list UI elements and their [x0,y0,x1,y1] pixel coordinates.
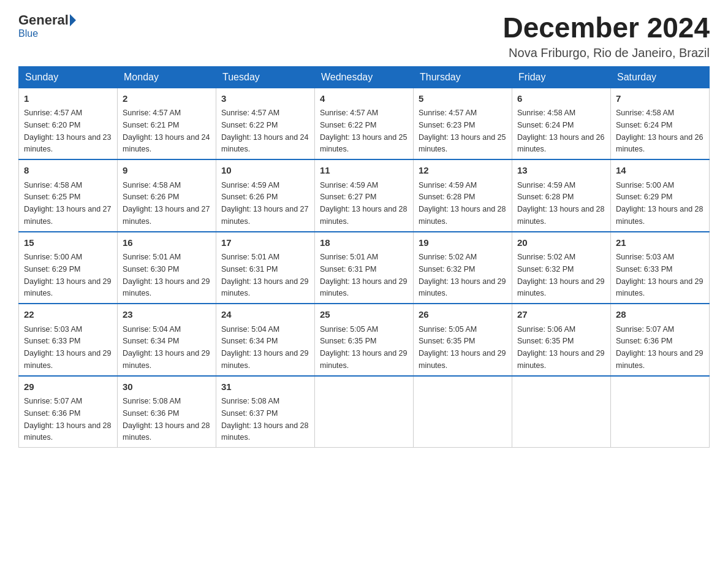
day-number: 28 [616,308,704,322]
day-number: 6 [517,92,605,106]
calendar-cell: 26 Sunrise: 5:05 AM Sunset: 6:35 PM Dayl… [414,304,512,376]
day-daylight: Daylight: 13 hours and 29 minutes. [517,277,604,298]
day-number: 16 [123,236,211,250]
day-sunrise: Sunrise: 5:01 AM [123,253,181,261]
day-daylight: Daylight: 13 hours and 29 minutes. [419,277,506,298]
day-sunset: Sunset: 6:35 PM [517,337,574,345]
calendar-week-row: 15 Sunrise: 5:00 AM Sunset: 6:29 PM Dayl… [19,232,710,304]
day-daylight: Daylight: 13 hours and 28 minutes. [221,421,308,442]
logo: General Blue [18,12,77,39]
day-sunrise: Sunrise: 5:02 AM [517,253,575,261]
day-number: 24 [221,308,309,322]
day-daylight: Daylight: 13 hours and 25 minutes. [419,133,506,154]
day-daylight: Daylight: 13 hours and 29 minutes. [221,277,308,298]
day-daylight: Daylight: 13 hours and 24 minutes. [221,133,308,154]
day-daylight: Daylight: 13 hours and 28 minutes. [24,421,111,442]
day-number: 26 [419,308,507,322]
day-sunset: Sunset: 6:31 PM [221,265,278,274]
day-daylight: Daylight: 13 hours and 29 minutes. [24,349,111,370]
day-number: 25 [320,308,408,322]
day-number: 10 [221,164,309,178]
day-sunrise: Sunrise: 5:00 AM [24,253,82,261]
day-sunset: Sunset: 6:37 PM [221,409,278,418]
day-number: 8 [24,164,112,178]
day-sunset: Sunset: 6:36 PM [24,409,80,418]
day-sunrise: Sunrise: 4:59 AM [419,181,477,190]
day-daylight: Daylight: 13 hours and 29 minutes. [123,349,210,370]
day-sunset: Sunset: 6:23 PM [419,121,475,129]
day-daylight: Daylight: 13 hours and 29 minutes. [616,277,703,298]
day-sunrise: Sunrise: 5:01 AM [320,253,378,261]
weekday-header-wednesday: Wednesday [315,66,414,88]
day-sunset: Sunset: 6:22 PM [221,121,278,129]
day-sunrise: Sunrise: 5:04 AM [221,325,279,334]
calendar-cell: 1 Sunrise: 4:57 AM Sunset: 6:20 PM Dayli… [19,88,118,159]
day-sunset: Sunset: 6:20 PM [24,121,80,129]
day-daylight: Daylight: 13 hours and 28 minutes. [616,205,703,226]
day-sunset: Sunset: 6:35 PM [419,337,475,345]
day-number: 11 [320,164,408,178]
calendar-cell [611,376,710,448]
day-number: 30 [123,380,211,394]
day-sunrise: Sunrise: 5:07 AM [24,397,82,405]
day-daylight: Daylight: 13 hours and 29 minutes. [24,277,111,298]
day-sunset: Sunset: 6:27 PM [320,193,376,201]
day-sunset: Sunset: 6:26 PM [123,193,179,201]
calendar-subtitle: Nova Friburgo, Rio de Janeiro, Brazil [502,46,710,60]
day-sunrise: Sunrise: 5:03 AM [24,325,82,334]
calendar-cell: 28 Sunrise: 5:07 AM Sunset: 6:36 PM Dayl… [611,304,710,376]
weekday-header-row: SundayMondayTuesdayWednesdayThursdayFrid… [19,66,710,88]
day-sunrise: Sunrise: 4:58 AM [123,181,181,190]
day-number: 19 [419,236,507,250]
day-sunrise: Sunrise: 5:01 AM [221,253,279,261]
day-number: 22 [24,308,112,322]
day-daylight: Daylight: 13 hours and 29 minutes. [320,349,407,370]
day-sunset: Sunset: 6:24 PM [517,121,574,129]
day-sunset: Sunset: 6:35 PM [320,337,376,345]
day-daylight: Daylight: 13 hours and 28 minutes. [123,421,210,442]
day-daylight: Daylight: 13 hours and 24 minutes. [123,133,210,154]
day-sunrise: Sunrise: 4:57 AM [123,109,181,117]
day-sunrise: Sunrise: 5:08 AM [123,397,181,405]
day-sunset: Sunset: 6:21 PM [123,121,179,129]
day-daylight: Daylight: 13 hours and 27 minutes. [123,205,210,226]
day-number: 17 [221,236,309,250]
calendar-cell [414,376,512,448]
day-sunrise: Sunrise: 4:58 AM [517,109,575,117]
calendar-cell: 25 Sunrise: 5:05 AM Sunset: 6:35 PM Dayl… [315,304,414,376]
calendar-cell: 15 Sunrise: 5:00 AM Sunset: 6:29 PM Dayl… [19,232,118,304]
day-daylight: Daylight: 13 hours and 27 minutes. [24,205,111,226]
day-sunrise: Sunrise: 5:05 AM [320,325,378,334]
day-sunrise: Sunrise: 5:04 AM [123,325,181,334]
day-daylight: Daylight: 13 hours and 29 minutes. [123,277,210,298]
calendar-cell: 2 Sunrise: 4:57 AM Sunset: 6:21 PM Dayli… [118,88,216,159]
day-sunrise: Sunrise: 4:57 AM [221,109,279,117]
day-daylight: Daylight: 13 hours and 28 minutes. [419,205,506,226]
day-number: 21 [616,236,704,250]
weekday-header-sunday: Sunday [19,66,118,88]
day-sunrise: Sunrise: 5:07 AM [616,325,674,334]
day-sunrise: Sunrise: 5:03 AM [616,253,674,261]
weekday-header-tuesday: Tuesday [216,66,315,88]
day-sunset: Sunset: 6:34 PM [123,337,179,345]
day-number: 15 [24,236,112,250]
calendar-week-row: 29 Sunrise: 5:07 AM Sunset: 6:36 PM Dayl… [19,376,710,448]
day-daylight: Daylight: 13 hours and 29 minutes. [320,277,407,298]
calendar-cell: 30 Sunrise: 5:08 AM Sunset: 6:36 PM Dayl… [118,376,216,448]
calendar-cell: 16 Sunrise: 5:01 AM Sunset: 6:30 PM Dayl… [118,232,216,304]
day-number: 2 [123,92,211,106]
calendar-week-row: 1 Sunrise: 4:57 AM Sunset: 6:20 PM Dayli… [19,88,710,159]
calendar-cell: 13 Sunrise: 4:59 AM Sunset: 6:28 PM Dayl… [512,159,611,232]
day-daylight: Daylight: 13 hours and 23 minutes. [24,133,111,154]
day-number: 4 [320,92,408,106]
day-sunset: Sunset: 6:29 PM [24,265,80,274]
day-sunset: Sunset: 6:33 PM [24,337,80,345]
day-sunrise: Sunrise: 5:05 AM [419,325,477,334]
day-daylight: Daylight: 13 hours and 26 minutes. [517,133,604,154]
day-sunset: Sunset: 6:33 PM [616,265,672,274]
day-daylight: Daylight: 13 hours and 26 minutes. [616,133,703,154]
calendar-cell: 18 Sunrise: 5:01 AM Sunset: 6:31 PM Dayl… [315,232,414,304]
calendar-cell: 12 Sunrise: 4:59 AM Sunset: 6:28 PM Dayl… [414,159,512,232]
calendar-cell: 11 Sunrise: 4:59 AM Sunset: 6:27 PM Dayl… [315,159,414,232]
calendar-cell: 14 Sunrise: 5:00 AM Sunset: 6:29 PM Dayl… [611,159,710,232]
